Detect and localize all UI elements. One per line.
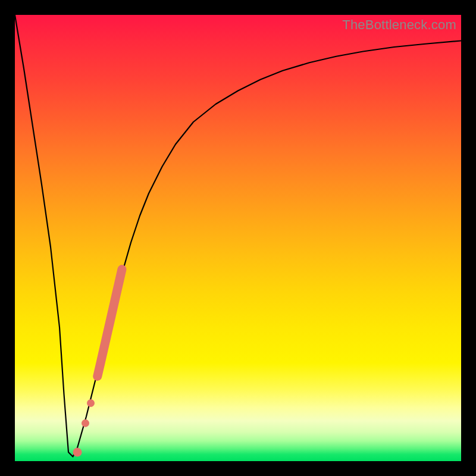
- highlight-segment: [98, 270, 122, 377]
- curve-svg: [15, 15, 461, 461]
- plot-area: TheBottleneck.com: [15, 15, 461, 461]
- highlight-dot: [87, 399, 95, 407]
- highlight-dot: [82, 419, 89, 427]
- highlight-dot: [73, 448, 82, 457]
- bottleneck-curve: [15, 15, 461, 457]
- chart-frame: TheBottleneck.com: [0, 0, 476, 476]
- highlight-dots: [73, 270, 123, 457]
